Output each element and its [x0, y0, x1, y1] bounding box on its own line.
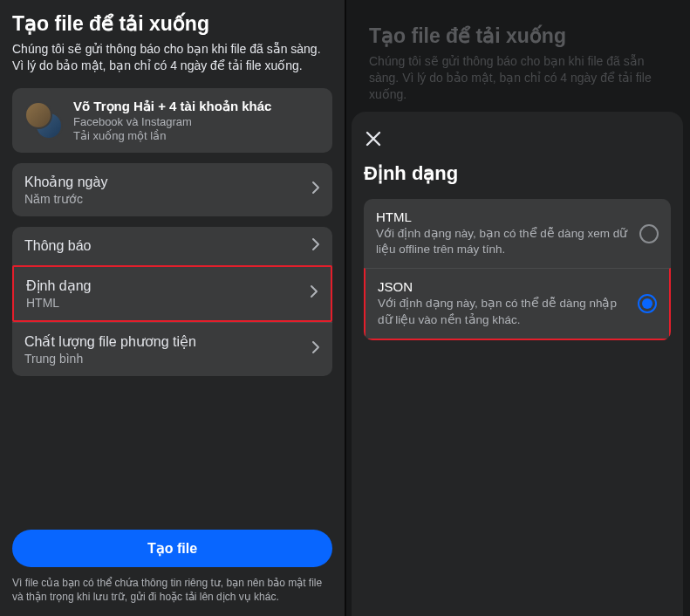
notification-label: Thông báo	[24, 238, 303, 254]
bg-subtitle: Chúng tôi sẽ gửi thông báo cho bạn khi f…	[369, 53, 666, 103]
sheet-title: Định dạng	[364, 162, 671, 185]
format-value: HTML	[26, 296, 301, 310]
settings-group: Thông báo Định dạng HTML Chất lượng file…	[12, 227, 332, 376]
bg-title: Tạo file để tải xuống	[369, 24, 666, 48]
accounts-card[interactable]: Võ Trọng Hải + 4 tài khoản khác Facebook…	[12, 88, 332, 153]
media-quality-value: Trung bình	[24, 352, 303, 366]
format-option-json[interactable]: JSON Với định dạng này, bạn có thể dễ dà…	[364, 268, 671, 339]
date-range-label: Khoảng ngày	[24, 174, 303, 190]
bottom-area: Tạo file Vì file của bạn có thể chứa thô…	[12, 530, 332, 604]
create-file-button[interactable]: Tạo file	[12, 530, 332, 567]
avatar	[24, 101, 52, 129]
radio-unselected-icon[interactable]	[639, 224, 659, 243]
option-html-title: HTML	[376, 209, 629, 224]
footer-disclaimer: Vì file của bạn có thể chứa thông tin ri…	[12, 576, 332, 604]
option-json-desc: Với định dạng này, bạn có thể dễ dàng nh…	[378, 296, 627, 327]
accounts-title: Võ Trọng Hải + 4 tài khoản khác	[73, 99, 320, 114]
format-label: Định dạng	[26, 277, 301, 294]
option-json-title: JSON	[378, 279, 627, 294]
chevron-right-icon	[311, 181, 320, 198]
create-download-screen: Tạo file để tải xuống Chúng tôi sẽ gửi t…	[0, 0, 345, 616]
accounts-platforms: Facebook và Instagram	[73, 115, 320, 128]
radio-selected-icon[interactable]	[638, 294, 657, 313]
format-row[interactable]: Định dạng HTML	[12, 265, 332, 322]
panel-divider	[345, 0, 346, 616]
format-options: HTML Với định dạng này, bạn có thể dễ dà…	[364, 199, 671, 340]
date-range-value: Năm trước	[24, 192, 303, 206]
accounts-download-type: Tải xuống một lần	[73, 129, 320, 142]
format-option-html[interactable]: HTML Với định dạng này, bạn có thể dễ dà…	[364, 199, 671, 268]
date-range-row[interactable]: Khoảng ngày Năm trước	[12, 163, 332, 216]
dimmed-background: Tạo file để tải xuống Chúng tôi sẽ gửi t…	[357, 12, 678, 103]
chevron-right-icon	[311, 340, 320, 358]
format-selection-screen: Tạo file để tải xuống Chúng tôi sẽ gửi t…	[345, 0, 690, 616]
format-bottom-sheet: Định dạng HTML Với định dạng này, bạn có…	[352, 112, 683, 616]
option-html-desc: Với định dạng này, bạn có thể dễ dàng xe…	[376, 226, 629, 257]
page-title: Tạo file để tải xuống	[12, 12, 332, 36]
page-subtitle: Chúng tôi sẽ gửi thông báo cho bạn khi f…	[12, 41, 332, 74]
chevron-right-icon	[310, 284, 318, 302]
avatar-stack	[24, 101, 63, 140]
chevron-right-icon	[311, 237, 320, 255]
close-icon[interactable]	[364, 129, 383, 148]
media-quality-row[interactable]: Chất lượng file phương tiện Trung bình	[12, 322, 332, 376]
notification-row[interactable]: Thông báo	[12, 227, 332, 265]
media-quality-label: Chất lượng file phương tiện	[24, 333, 303, 350]
